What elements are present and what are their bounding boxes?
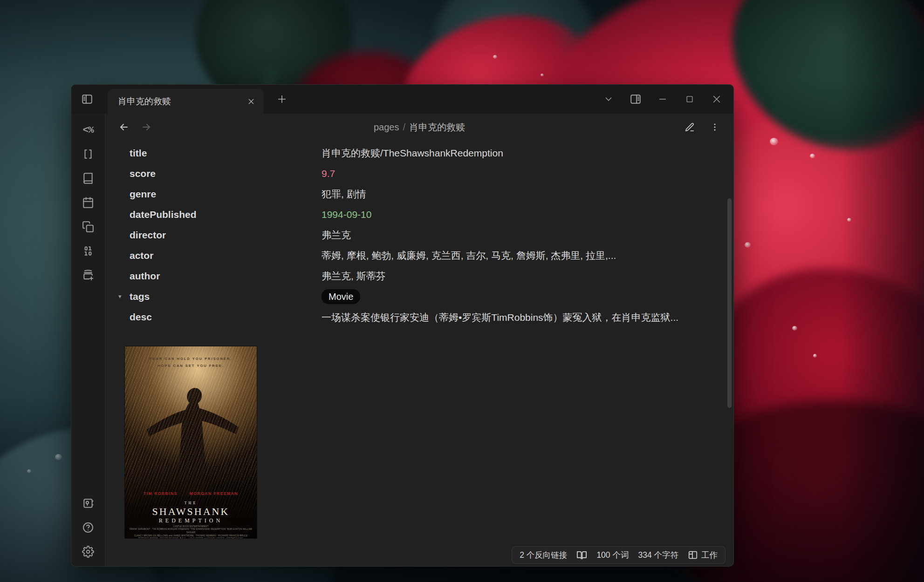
- new-tab-button[interactable]: [274, 91, 290, 107]
- more-options-button[interactable]: [708, 121, 721, 134]
- breadcrumb: pages/肖申克的救赎: [105, 121, 733, 134]
- edit-mode-toggle-button[interactable]: [683, 121, 696, 134]
- property-value[interactable]: 一场谋杀案使银行家安迪（蒂姆•罗宾斯TimRobbins饰）蒙冤入狱，在肖申克监…: [322, 307, 678, 328]
- property-value[interactable]: 1994-09-10: [322, 204, 371, 225]
- property-key[interactable]: title: [130, 143, 322, 163]
- editor-pane: pages/肖申克的救赎 title 肖申克的救赎/TheShawshankRe…: [105, 114, 733, 566]
- vertical-scrollbar[interactable]: [727, 198, 732, 408]
- breadcrumb-separator: /: [403, 122, 405, 132]
- plus-icon: [277, 94, 287, 104]
- window-controls: [602, 93, 723, 106]
- kebab-menu-icon: [710, 122, 720, 132]
- workspace-layout-icon: [688, 550, 698, 560]
- property-key[interactable]: score: [130, 163, 322, 184]
- copy-icon[interactable]: [80, 219, 96, 235]
- property-row-datepublished: datePublished 1994-09-10: [130, 204, 733, 225]
- minimize-button[interactable]: [656, 93, 669, 106]
- tab-close-button[interactable]: [244, 95, 258, 108]
- minimize-icon: [657, 94, 668, 104]
- workspace-switcher[interactable]: 工作: [688, 549, 718, 561]
- property-value[interactable]: 9.7: [322, 163, 335, 184]
- backlinks-count[interactable]: 2 个反向链接: [520, 549, 567, 561]
- property-key[interactable]: desc: [130, 307, 322, 328]
- property-row-author: author 弗兰克, 斯蒂芬: [130, 266, 733, 286]
- template-icon[interactable]: <%: [80, 122, 96, 138]
- word-count[interactable]: 100 个词: [596, 549, 629, 561]
- tab-title: 肖申克的救赎: [118, 95, 244, 108]
- breadcrumb-current[interactable]: 肖申克的救赎: [409, 122, 465, 132]
- property-key[interactable]: author: [130, 266, 322, 286]
- property-key[interactable]: ▾tags: [130, 286, 322, 307]
- property-row-score: score 9.7: [130, 163, 733, 184]
- property-row-genre: genre 犯罪, 剧情: [130, 184, 733, 204]
- property-value[interactable]: 肖申克的救赎/TheShawshankRedemption: [322, 143, 503, 163]
- property-row-director: director 弗兰克: [130, 225, 733, 245]
- property-value: Movie: [322, 286, 360, 307]
- book-open-icon: [576, 550, 587, 561]
- pencil-icon: [684, 122, 695, 133]
- chevron-down-icon: [603, 94, 614, 104]
- property-value[interactable]: 蒂姆, 摩根, 鲍勃, 威廉姆, 克兰西, 吉尔, 马克, 詹姆斯, 杰弗里, …: [322, 245, 616, 266]
- card-stack-add-icon[interactable]: [80, 267, 96, 283]
- poster-title-sub: REDEMPTION: [125, 517, 257, 524]
- view-header: pages/肖申克的救赎: [105, 114, 733, 141]
- collapse-arrow-icon[interactable]: ▾: [118, 286, 122, 307]
- property-key[interactable]: director: [130, 225, 322, 245]
- arrow-left-icon: [118, 122, 130, 133]
- titlebar: 肖申克的救赎: [71, 85, 733, 114]
- tab-shawshank[interactable]: 肖申克的救赎: [108, 89, 264, 114]
- poster-title-main: SHAWSHANK: [125, 506, 257, 518]
- movie-poster-image[interactable]: FEAR CAN HOLD YOU PRISONER. HOPE CAN SET…: [125, 346, 257, 538]
- book-icon[interactable]: [80, 170, 96, 186]
- property-value[interactable]: 弗兰克: [322, 225, 351, 245]
- close-window-button[interactable]: [710, 93, 723, 106]
- toggle-right-sidebar-button[interactable]: [629, 93, 642, 106]
- property-row-title: title 肖申克的救赎/TheShawshankRedemption: [130, 143, 733, 163]
- help-icon[interactable]: [80, 520, 96, 535]
- property-value[interactable]: 弗兰克, 斯蒂芬: [322, 266, 386, 286]
- tab-list-dropdown-button[interactable]: [602, 93, 615, 106]
- property-key[interactable]: datePublished: [130, 204, 322, 225]
- char-count[interactable]: 334 个字符: [638, 549, 678, 561]
- panel-left-icon: [81, 93, 93, 105]
- property-row-desc: desc 一场谋杀案使银行家安迪（蒂姆•罗宾斯TimRobbins饰）蒙冤入狱，…: [130, 307, 733, 328]
- status-bar: 2 个反向链接 100 个词 334 个字符 工作: [512, 546, 726, 564]
- toggle-left-sidebar-button[interactable]: [79, 91, 96, 108]
- calendar-icon[interactable]: [80, 195, 96, 210]
- breadcrumb-parent[interactable]: pages: [374, 122, 399, 132]
- poster-credits: CASTLE ROCK ENTERTAINMENT FRANK DARABONT…: [125, 525, 257, 538]
- property-key-label: tags: [130, 291, 150, 302]
- close-icon: [247, 98, 255, 105]
- reading-mode-indicator[interactable]: [576, 550, 587, 561]
- close-icon: [712, 94, 722, 104]
- binary-icon[interactable]: [80, 243, 96, 259]
- app-window: 肖申克的救赎: [71, 84, 734, 567]
- poster-title-the: THE: [125, 501, 257, 505]
- property-key[interactable]: actor: [130, 245, 322, 266]
- workspace-name: 工作: [701, 549, 718, 561]
- tag-movie[interactable]: Movie: [322, 289, 360, 304]
- poster-tagline: FEAR CAN HOLD YOU PRISONER. HOPE CAN SET…: [125, 355, 257, 370]
- arrow-right-icon: [141, 122, 152, 133]
- vault-icon[interactable]: [80, 495, 96, 511]
- left-ribbon: <%: [71, 114, 105, 566]
- property-row-tags: ▾tags Movie: [130, 286, 733, 307]
- back-button[interactable]: [117, 121, 130, 134]
- property-key[interactable]: genre: [130, 184, 322, 204]
- property-row-actor: actor 蒂姆, 摩根, 鲍勃, 威廉姆, 克兰西, 吉尔, 马克, 詹姆斯,…: [130, 245, 733, 266]
- panel-right-icon: [630, 93, 642, 105]
- settings-icon[interactable]: [80, 544, 96, 560]
- maximize-button[interactable]: [683, 93, 696, 106]
- forward-button[interactable]: [140, 121, 153, 134]
- poster-actor-names: TIM ROBBINSMORGAN FREEMAN: [125, 491, 257, 496]
- properties-table: title 肖申克的救赎/TheShawshankRedemption scor…: [130, 143, 733, 328]
- property-value[interactable]: 犯罪, 剧情: [322, 184, 366, 204]
- brackets-icon[interactable]: [80, 146, 96, 162]
- maximize-icon: [685, 95, 694, 104]
